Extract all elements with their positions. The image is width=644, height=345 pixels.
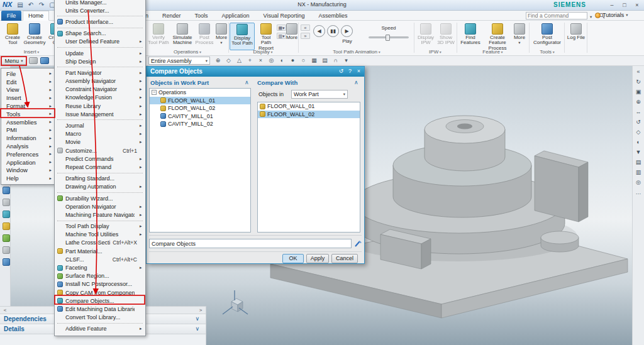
objects-in-combo[interactable]: Work Part ▾ (291, 90, 348, 99)
submenu-item[interactable]: Update ▸ (55, 49, 145, 57)
command-finder-dropdown-icon[interactable]: ▾ (590, 14, 592, 19)
create-geometry-button[interactable]: Create Geometry (24, 23, 45, 50)
selection-filter-icon[interactable] (29, 57, 38, 64)
submenu-item[interactable]: CLSF... Ctrl+Alt+C ▸ (55, 255, 145, 263)
submenu-item[interactable]: Drawing Automation ▸ (55, 183, 145, 191)
submenu-item[interactable]: Macro ▸ (55, 130, 145, 138)
bounded-grid-icon[interactable]: ▤ (321, 57, 329, 65)
tangent-point-icon[interactable]: ∩ (331, 57, 340, 65)
end-point-icon[interactable]: ◇ (225, 57, 233, 65)
submenu-item[interactable]: User Defined Feature ▸ (55, 38, 145, 46)
feature-more-button[interactable]: More▾ (513, 23, 526, 50)
rotate-view-icon[interactable]: ↺ (635, 118, 643, 126)
create-feature-process-button[interactable]: Create Feature Process (483, 23, 512, 50)
display-mini-grid-icon[interactable]: ▦▾ (277, 25, 286, 31)
group-label-insert[interactable]: Insert (1, 49, 62, 56)
chevron-down-icon[interactable]: ∨ (195, 324, 199, 334)
menu-item[interactable]: Tools ▸ (1, 110, 54, 118)
group-label-tools[interactable]: Tools (530, 49, 564, 56)
submenu-item[interactable]: Additive Feature ▸ (55, 325, 145, 333)
submenu-item[interactable]: Drafting Standard... ▸ (55, 175, 145, 183)
collapse-section-icon[interactable]: ∧ (354, 79, 358, 85)
section-view-icon[interactable]: ▥ (635, 168, 643, 177)
ribbon-tab[interactable]: Assemblies (313, 11, 353, 21)
submenu-item[interactable]: Product Interface... ▸ (55, 18, 145, 26)
snap-options-icon[interactable]: ▾ (342, 57, 350, 65)
submenu-item[interactable]: Durability Wizard... ▸ (55, 194, 145, 202)
menu-item[interactable]: View ▸ (1, 86, 54, 94)
ribbon-tab[interactable]: Visual Reporting (258, 11, 311, 21)
step-backward-icon[interactable]: « (301, 25, 310, 31)
speed-slider[interactable] (369, 36, 409, 38)
show-3d-ipw-button[interactable]: Show 3D IPW (436, 23, 455, 50)
view-orient-icon[interactable]: ▼ (635, 148, 643, 156)
tree-item[interactable]: FLOOR_WALL_01 (150, 97, 250, 105)
submenu-item[interactable]: Units Manager... ▸ (55, 0, 145, 6)
dialog-reset-icon[interactable]: ↺ (337, 67, 345, 75)
play-button[interactable]: ▶ (341, 25, 353, 37)
submenu-item[interactable]: Predict Commands ▸ (55, 155, 145, 163)
compare-objects-field[interactable] (149, 239, 352, 248)
submenu-item[interactable]: Install NC Postprocessor... ▸ (55, 280, 145, 288)
submenu-item[interactable]: Operation Navigator ▸ (55, 202, 145, 211)
display-more-button[interactable]: More (287, 23, 297, 50)
submenu-item[interactable]: Journal ▸ (55, 121, 145, 129)
submenu-item[interactable]: Convert Tool Library... ▸ (55, 314, 145, 322)
chevron-down-icon[interactable]: ∨ (195, 314, 199, 324)
submenu-item[interactable]: Ship Design ▸ (55, 57, 145, 65)
menu-item[interactable]: Analysis ▸ (1, 142, 54, 150)
submenu-item[interactable]: Constraint Navigator ▸ (55, 85, 145, 94)
rewind-button[interactable]: ◀ (313, 25, 325, 37)
speed-slider-thumb[interactable] (386, 35, 390, 41)
create-tool-button[interactable]: Create Tool (3, 23, 23, 50)
menu-item[interactable]: Preferences ▸ (1, 150, 54, 158)
menu-item[interactable]: Assemblies ▸ (1, 118, 54, 126)
close-icon[interactable]: × (631, 1, 643, 9)
display-mini-list-icon[interactable]: ▥▾ (277, 33, 286, 39)
tab-home[interactable]: Home (23, 11, 49, 21)
simulate-machine-button[interactable]: Simulate Machine (171, 23, 194, 50)
submenu-item[interactable]: Issue Management ▸ (55, 110, 145, 118)
ok-button[interactable]: OK (282, 254, 304, 263)
group-label-animation[interactable]: Tool Path Animation (301, 49, 413, 56)
submenu-item[interactable]: Part Material... ▸ (55, 247, 145, 255)
constraint-navigator-icon[interactable] (3, 199, 10, 206)
quadrant-point-icon[interactable]: ◐ (278, 57, 286, 65)
submenu-item[interactable]: Surface Region... ▸ (55, 272, 145, 280)
maximize-icon[interactable]: □ (619, 1, 630, 9)
scroll-left-button[interactable]: < (1, 307, 9, 314)
submenu-item[interactable]: Machining Feature Navigator ▸ (55, 211, 145, 219)
ribbon-tab[interactable]: Render (157, 11, 187, 21)
ribbon-tab[interactable]: Tools (189, 11, 214, 21)
zoom-view-icon[interactable]: ⊕ (635, 98, 643, 106)
control-point-icon[interactable]: + (246, 57, 254, 65)
menu-item[interactable]: Insert ▸ (1, 94, 54, 102)
menu-item[interactable]: Application ▸ (1, 158, 54, 167)
submenu-item[interactable]: Lathe Cross-Section... Ctrl+Alt+X ▸ (55, 239, 145, 247)
tutorials-link[interactable]: Tutorials (602, 12, 624, 18)
command-search-input[interactable] (526, 13, 599, 19)
display-tool-path-button[interactable]: Display Tool Path (230, 23, 255, 50)
brush-icon[interactable] (354, 239, 362, 248)
submenu-item[interactable]: Reuse Library ▸ (55, 102, 145, 110)
pause-button[interactable]: ▮▮ (327, 25, 339, 37)
group-label-display[interactable]: Display (229, 49, 297, 56)
tool-path-report-button[interactable]: Tool Path Report (256, 23, 276, 50)
verify-tool-path-button[interactable]: Verify Tool Path (147, 23, 170, 50)
log-file-button[interactable]: Log File (567, 23, 586, 50)
submenu-item[interactable]: Units Converter... ▸ (55, 6, 145, 14)
list-item[interactable]: FLOOR_WALL_01 (258, 102, 360, 111)
process-studio-icon[interactable] (3, 246, 10, 254)
submenu-item[interactable]: Copy CAM from Component ▸ (55, 288, 145, 297)
submenu-item[interactable]: Part Navigator ▸ (55, 68, 145, 77)
menu-item[interactable]: Help ▸ (1, 174, 54, 182)
selection-scope-combo[interactable]: Entire Assembly ▾ (148, 57, 210, 65)
redo-icon[interactable]: ↷ (38, 1, 45, 9)
hd3d-tools-icon[interactable] (3, 234, 10, 242)
list-item[interactable]: FLOOR_WALL_02 (258, 111, 360, 119)
history-icon[interactable] (3, 258, 10, 266)
scroll-right-button[interactable]: > (197, 307, 204, 314)
existing-point-icon[interactable]: ● (289, 57, 297, 65)
collapse-strip-icon[interactable]: « (635, 68, 643, 76)
render-style-icon[interactable]: ◐ (635, 138, 643, 146)
